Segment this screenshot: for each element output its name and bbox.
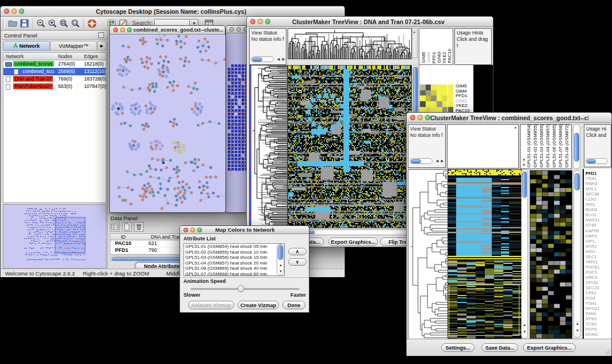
tv1-column-scroll-sliver[interactable]: ▸ [412,28,418,58]
delete-attribute-icon[interactable] [134,222,144,232]
zoom-cell[interactable] [431,90,437,96]
tv2-gene-label[interactable]: VIP1 [586,239,611,244]
tab-network[interactable]: Network [3,41,50,51]
tv1-button-export-graphics[interactable]: Export Graphics... [328,237,378,246]
tv2-gene-label[interactable]: GPI16 [586,280,611,285]
minimize-icon[interactable] [12,9,17,14]
tv2-gene-label[interactable]: RPN1 [586,316,611,321]
tv2-selection-rect[interactable] [449,285,519,336]
tv2-gene-label[interactable]: KAP95 [586,228,611,233]
zoom-cell[interactable] [437,95,442,101]
tv2-column-labels-scrollbar[interactable] [573,124,580,169]
zoom-cell[interactable] [448,90,454,96]
animation-speed-slider[interactable] [190,288,300,290]
zoom-cell[interactable] [442,85,448,90]
move-down-button[interactable]: ∨ [288,258,307,266]
tv2-gene-label[interactable]: CPA2 [586,290,611,296]
tv2-gene-label[interactable]: ELG1 [586,212,611,217]
tv2-gene-label[interactable]: SPC98 [586,191,611,197]
zoom-cell[interactable] [426,101,431,107]
maximize-icon[interactable] [197,228,202,232]
scroll-right-icon[interactable]: ▸ [512,125,519,130]
attr-col-id[interactable]: ID [121,234,126,240]
network-table-row[interactable]: RNAPuberNov2+563(0)107847(0) [3,83,106,90]
tv2-gene-label[interactable]: HMG1 [586,259,611,265]
zoom-cell[interactable] [426,90,431,96]
zoom-cell[interactable] [437,85,442,90]
zoom-in-icon[interactable] [47,18,58,29]
float-panel-icon[interactable] [98,32,104,38]
tv2-gene-label[interactable]: FIG4 [586,296,611,301]
tv2-column-label[interactable]: GPL51-07 (GSM868) [558,124,563,168]
scroll-up-icon[interactable]: ▲ [277,263,284,267]
birdseye-canvas[interactable] [3,205,106,268]
dense-grid-canvas[interactable] [227,64,248,173]
treeview2-title-bar[interactable]: ClusterMaker TreeView : combined_scores_… [407,113,611,123]
tv1-column-label[interactable]: GIM4 [426,52,431,63]
network-canvas[interactable] [110,35,225,211]
zoom-cell[interactable] [420,90,426,96]
maximize-icon[interactable] [19,9,24,14]
zoom-cell[interactable] [431,101,437,107]
col-header-edges[interactable]: Edges [84,53,98,59]
attribute-list-item[interactable]: GPL51-06 (GSM865) heat shock 40 min [184,266,284,271]
tv2-button-settings[interactable]: Settings... [441,343,475,352]
tv2-gene-label[interactable]: YRA1 [586,176,611,181]
attribute-list-item[interactable]: GPL51-02 (GSM855) heat shock 10 min [184,250,284,255]
tv2-gene-label[interactable]: MAK31 [586,217,611,223]
attribute-list-item[interactable]: GPL51-03 (GSM856) heat shock 15 min [184,255,284,260]
save-icon[interactable] [18,18,30,29]
tv2-column-label[interactable]: GPL51-04 (GSM857) [545,124,550,168]
tab-vizmapper[interactable]: VizMapper™ [50,41,97,51]
tv2-gene-label[interactable]: RNR4 [586,181,611,186]
tv1-column-dendrogram[interactable] [288,28,412,59]
tv2-usage-scrollbar[interactable] [586,158,607,164]
network-window-title-bar[interactable]: combined_scores_good.txt--cluste... [110,26,225,35]
dialog-button-done[interactable]: Done [282,301,305,309]
network-table-row[interactable]: combined_sco2569(6)13112(15) [3,68,106,75]
tv1-row-dendrogram[interactable] [249,65,288,228]
zoom-cell[interactable] [442,90,448,96]
zoom-selected-icon[interactable] [70,18,81,29]
zoom-cell[interactable] [437,90,442,96]
tv1-column-label[interactable]: GIM3 [437,52,442,63]
zoom-cell[interactable] [448,85,454,90]
tv2-gene-label[interactable]: SEC24 [586,285,611,290]
zoom-cell[interactable] [448,101,454,107]
tv2-zoom-heatmap[interactable] [530,170,572,339]
scroll-up-icon[interactable]: ▲ [521,323,528,327]
tv2-gene-label[interactable]: PEP5 [586,327,611,332]
new-attribute-icon[interactable] [122,222,132,232]
tv2-gene-label[interactable]: GTB1 [586,223,611,228]
slider-thumb[interactable] [238,285,244,292]
close-icon[interactable] [230,27,234,32]
scroll-right-icon[interactable]: ▶ [280,57,286,62]
close-icon[interactable] [4,9,9,14]
maximize-icon[interactable] [127,28,132,32]
tv2-gene-label[interactable]: NIS1 [586,202,611,207]
tv2-gene-label[interactable]: NTR2 [586,244,611,249]
tv2-gene-label[interactable]: CLN1 [586,197,611,202]
zoom-cell[interactable] [448,95,454,101]
scroll-right-icon[interactable]: ▸ [411,30,418,35]
tv2-column-label[interactable]: GPL51-02 (GSM855) [533,124,538,168]
scroll-up-icon[interactable]: ▲ [574,321,581,326]
close-icon[interactable] [250,19,255,24]
col-header-nodes[interactable]: Nodes [58,53,72,59]
scroll-down-icon[interactable]: ▼ [574,328,581,333]
attribute-list-scrollbar[interactable]: ▲ ▼ [277,244,284,275]
tab-overflow-arrow-icon[interactable]: ▶ [97,41,106,51]
tv1-column-label[interactable]: PAC10 [447,49,452,63]
open-folder-icon[interactable] [7,18,18,29]
maximize-icon[interactable] [265,19,270,24]
tv1-status-scrollbar[interactable] [251,56,274,62]
tv1-heatmap[interactable] [288,65,412,228]
zoom-cell[interactable] [442,95,448,101]
minimize-icon[interactable] [120,28,125,32]
move-up-button[interactable]: ∧ [288,248,307,255]
tv2-button-save-data[interactable]: Save Data... [481,343,518,352]
tv2-gene-label[interactable]: HRD3 [586,275,611,280]
zoom-cell[interactable] [431,85,437,90]
zoom-fit-icon[interactable] [58,18,70,29]
zoom-cell[interactable] [437,101,442,107]
